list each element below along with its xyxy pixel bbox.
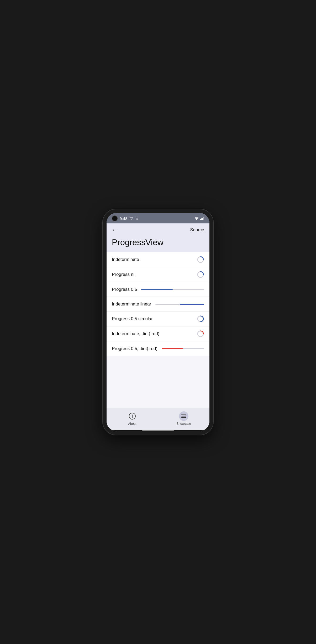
phone-frame: 9:48 🛡 ☺ xyxy=(103,209,213,435)
item-label: Indeterminate xyxy=(112,257,139,262)
svg-rect-4 xyxy=(202,218,203,220)
spinner-blue-nil xyxy=(140,271,204,278)
about-nav-label: About xyxy=(128,422,136,426)
home-indicator xyxy=(107,430,209,431)
page-title: ProgressView xyxy=(112,238,204,247)
top-nav: ← Source xyxy=(107,223,209,236)
about-nav-icon: i xyxy=(128,411,137,421)
item-label: Progress 0.5, .tint(.red) xyxy=(112,346,157,351)
signal-icon xyxy=(200,217,204,220)
back-arrow-icon: ← xyxy=(112,227,118,233)
phone-screen: 9:48 🛡 ☺ xyxy=(107,213,209,431)
list-icon xyxy=(180,412,187,420)
progress-fill-red xyxy=(162,348,183,349)
circular-half-icon xyxy=(197,315,204,323)
item-label: Indeterminate, .tint(.red) xyxy=(112,331,159,336)
list-item: Progress 0.5 xyxy=(107,282,209,297)
list-item: Progress nil xyxy=(107,267,209,282)
indeterminate-linear-bar-container xyxy=(155,304,204,305)
item-label: Progress nil xyxy=(112,272,135,277)
info-icon: i xyxy=(129,412,136,420)
nav-item-showcase[interactable]: Showcase xyxy=(158,410,209,427)
spinner-blue-indeterminate xyxy=(143,256,204,263)
home-bar xyxy=(142,430,174,431)
svg-marker-1 xyxy=(194,217,199,219)
bottom-nav: i About Showcase xyxy=(107,408,209,430)
status-bar-right xyxy=(194,217,204,220)
showcase-nav-label: Showcase xyxy=(176,422,191,426)
list-item: Indeterminate xyxy=(107,252,209,267)
spinner-blue-icon xyxy=(197,256,204,263)
spinner-blue-nil-icon xyxy=(197,271,204,278)
progress-linear-blue xyxy=(141,289,204,290)
svg-rect-2 xyxy=(200,219,201,220)
source-button[interactable]: Source xyxy=(190,227,204,233)
svg-rect-5 xyxy=(203,217,204,220)
progress-fill-blue xyxy=(141,289,173,290)
list-item: Progress 0.5 circular xyxy=(107,312,209,326)
svg-rect-3 xyxy=(201,218,202,220)
page-header: ProgressView xyxy=(107,236,209,252)
showcase-nav-icon xyxy=(179,411,188,421)
spinner-red-icon xyxy=(197,330,204,337)
list-item: Indeterminate linear xyxy=(107,297,209,312)
spinner-red-indeterminate xyxy=(164,330,204,337)
status-bar: 9:48 🛡 ☺ xyxy=(107,213,209,223)
list-area: Indeterminate Progress nil xyxy=(107,252,209,408)
item-label: Progress 0.5 xyxy=(112,287,137,292)
back-button[interactable]: ← xyxy=(112,227,118,233)
status-bar-left: 9:48 🛡 ☺ xyxy=(112,216,139,221)
circular-blue-half xyxy=(157,315,204,323)
svg-text:i: i xyxy=(132,414,133,418)
list-item: Progress 0.5, .tint(.red) xyxy=(107,341,209,356)
nav-item-about[interactable]: i About xyxy=(107,410,158,427)
camera-icon xyxy=(112,216,118,221)
item-label: Progress 0.5 circular xyxy=(112,316,153,321)
status-time: 9:48 xyxy=(120,216,127,221)
app-content: ← Source ProgressView Indeterminate xyxy=(107,223,209,430)
wifi-icon xyxy=(194,217,199,220)
shield-icon: 🛡 xyxy=(129,216,133,221)
list-item: Indeterminate, .tint(.red) xyxy=(107,326,209,341)
face-icon: ☺ xyxy=(135,216,139,221)
progress-linear-red xyxy=(162,348,204,349)
item-label: Indeterminate linear xyxy=(112,302,151,307)
indeterminate-bar-fill xyxy=(180,304,204,305)
